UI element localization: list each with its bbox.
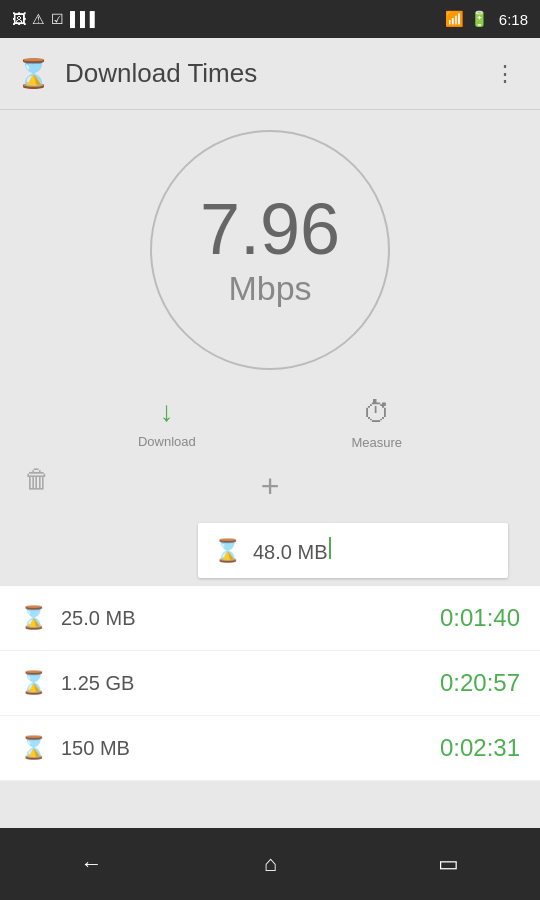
item-size: 150 MB: [61, 737, 440, 760]
alert-status-icon: ⚠: [32, 11, 45, 27]
delete-button[interactable]: 🗑: [24, 464, 50, 495]
action-buttons-row: ↓ Download ⏱ Measure: [0, 396, 540, 450]
battery-icon: 🔋: [470, 10, 489, 28]
measure-label: Measure: [352, 435, 403, 450]
list-item[interactable]: ⌛ 25.0 MB 0:01:40: [0, 586, 540, 651]
home-button[interactable]: ⌂: [234, 841, 307, 887]
item-size: 25.0 MB: [61, 607, 440, 630]
text-cursor: [329, 537, 331, 559]
download-icon: ↓: [160, 396, 174, 428]
status-bar-left: 🖼 ⚠ ☑ ▌▌▌: [12, 11, 100, 27]
item-time: 0:20:57: [440, 669, 520, 697]
input-hourglass-icon: ⌛: [214, 538, 241, 564]
signal-status-icon: ▌▌▌: [70, 11, 100, 27]
hourglass-gray-icon: ⌛: [20, 735, 47, 761]
measure-icon: ⏱: [363, 396, 391, 429]
app-bar: ⌛ Download Times ⋮: [0, 38, 540, 110]
speed-value: 7.96: [200, 193, 340, 265]
overflow-menu-button[interactable]: ⋮: [486, 53, 524, 95]
main-content: 7.96 Mbps ↓ Download ⏱ Measure 🗑 + ⌛ 48.…: [0, 110, 540, 828]
hourglass-gray-icon: ⌛: [20, 670, 47, 696]
item-time: 0:01:40: [440, 604, 520, 632]
status-bar-right: 📶 🔋 6:18: [445, 10, 528, 28]
check-status-icon: ☑: [51, 11, 64, 27]
hourglass-red-icon: ⌛: [20, 605, 47, 631]
image-status-icon: 🖼: [12, 11, 26, 27]
input-value: 48.0 MB: [253, 537, 492, 564]
list-item[interactable]: ⌛ 1.25 GB 0:20:57: [0, 651, 540, 716]
page-title: Download Times: [65, 58, 486, 89]
speed-circle-container: 7.96 Mbps: [150, 130, 390, 370]
wifi-icon: 📶: [445, 10, 464, 28]
item-size: 1.25 GB: [61, 672, 440, 695]
add-item-button[interactable]: +: [261, 468, 280, 505]
status-time: 6:18: [499, 11, 528, 28]
item-time: 0:02:31: [440, 734, 520, 762]
speed-unit: Mbps: [228, 269, 311, 308]
size-input-row[interactable]: ⌛ 48.0 MB: [198, 523, 508, 578]
download-label: Download: [138, 434, 196, 449]
app-icon: ⌛: [16, 57, 51, 90]
speed-circle: 7.96 Mbps: [150, 130, 390, 370]
back-button[interactable]: ←: [51, 841, 133, 887]
nav-bar: ← ⌂ ▭: [0, 828, 540, 900]
download-times-list: ⌛ 25.0 MB 0:01:40 ⌛ 1.25 GB 0:20:57 ⌛ 15…: [0, 586, 540, 828]
download-button[interactable]: ↓ Download: [138, 396, 196, 450]
list-item[interactable]: ⌛ 150 MB 0:02:31: [0, 716, 540, 781]
recents-button[interactable]: ▭: [408, 841, 489, 887]
status-bar: 🖼 ⚠ ☑ ▌▌▌ 📶 🔋 6:18: [0, 0, 540, 38]
measure-button[interactable]: ⏱ Measure: [352, 396, 403, 450]
